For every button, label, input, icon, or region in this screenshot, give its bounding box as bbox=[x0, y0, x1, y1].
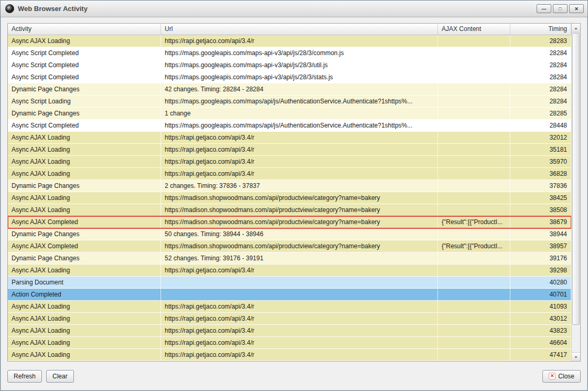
cell-ajax-content bbox=[438, 252, 510, 265]
table-row[interactable]: Dynamic Page Changes50 changes. Timing: … bbox=[8, 228, 571, 240]
cell-ajax-content bbox=[438, 47, 510, 59]
close-button-x-icon: ✕ bbox=[549, 373, 555, 379]
cell-timing: 43012 bbox=[510, 313, 571, 325]
cell-url: https://rapi.getjaco.com/api/3.4/r bbox=[161, 144, 438, 156]
cell-ajax-content bbox=[438, 192, 510, 204]
vertical-scrollbar[interactable]: ▲ ▼ bbox=[571, 24, 580, 361]
table-row[interactable]: Async AJAX Loadinghttps://rapi.getjaco.c… bbox=[8, 301, 571, 313]
cell-url: https://maps.googleapis.com/maps-api-v3/… bbox=[161, 47, 438, 59]
table-row[interactable]: Async AJAX Loadinghttps://madison.shopwo… bbox=[8, 204, 571, 216]
cell-activity: Parsing Document bbox=[8, 277, 161, 289]
table-row[interactable]: Async AJAX Completedhttps://madison.shop… bbox=[8, 240, 571, 252]
cell-ajax-content bbox=[438, 120, 510, 132]
cell-timing: 28285 bbox=[510, 108, 571, 120]
table-row[interactable]: Parsing Document40280 bbox=[8, 277, 571, 289]
column-header-ajax-content[interactable]: AJAX Content bbox=[438, 24, 510, 35]
cell-activity: Async Script Completed bbox=[8, 120, 161, 132]
table-row[interactable]: Async AJAX Loadinghttps://rapi.getjaco.c… bbox=[8, 144, 571, 156]
column-header-activity[interactable]: Activity bbox=[8, 24, 161, 35]
close-button[interactable]: ✕ Close bbox=[542, 370, 581, 383]
table-row[interactable]: Async AJAX Loadinghttps://rapi.getjaco.c… bbox=[8, 132, 571, 144]
activity-grid: Activity Url AJAX Content Timing Async A… bbox=[8, 24, 571, 361]
table-row[interactable]: Async AJAX Loadinghttps://rapi.getjaco.c… bbox=[8, 35, 571, 47]
cell-ajax-content bbox=[438, 144, 510, 156]
table-row[interactable]: Async Script Completedhttps://maps.googl… bbox=[8, 47, 571, 59]
cell-timing: 40701 bbox=[510, 289, 571, 301]
window-content: Activity Url AJAX Content Timing Async A… bbox=[1, 17, 587, 390]
minimize-button[interactable]: — bbox=[537, 4, 551, 13]
titlebar: Web Browser Activity — □ ✕ bbox=[1, 1, 587, 17]
cell-activity: Async AJAX Loading bbox=[8, 313, 161, 325]
table-row[interactable]: Async AJAX Loadinghttps://rapi.getjaco.c… bbox=[8, 168, 571, 180]
cell-url: https://rapi.getjaco.com/api/3.4/r bbox=[161, 349, 438, 361]
cell-timing: 35181 bbox=[510, 144, 571, 156]
maximize-button[interactable]: □ bbox=[553, 4, 568, 13]
cell-url: https://maps.googleapis.com/maps/api/js/… bbox=[161, 96, 438, 108]
cell-ajax-content bbox=[438, 132, 510, 144]
column-header-timing[interactable]: Timing bbox=[510, 24, 571, 35]
web-browser-activity-window: Web Browser Activity — □ ✕ Activity Url … bbox=[0, 0, 588, 391]
table-row[interactable]: Async AJAX Loadinghttps://rapi.getjaco.c… bbox=[8, 337, 571, 349]
cell-url: https://madison.shopwoodmans.com/api/pro… bbox=[161, 240, 438, 252]
cell-activity: Async Script Completed bbox=[8, 71, 161, 83]
cell-activity: Async Script Loading bbox=[8, 96, 161, 108]
cell-url: https://rapi.getjaco.com/api/3.4/r bbox=[161, 168, 438, 180]
cell-ajax-content bbox=[438, 96, 510, 108]
cell-url: https://maps.googleapis.com/maps-api-v3/… bbox=[161, 71, 438, 83]
cell-timing: 38944 bbox=[510, 228, 571, 240]
table-row[interactable]: Dynamic Page Changes1 change28285 bbox=[8, 108, 571, 120]
table-row-highlighted[interactable]: Async AJAX Completedhttps://madison.shop… bbox=[8, 216, 571, 228]
table-row[interactable]: Async AJAX Loadinghttps://madison.shopwo… bbox=[8, 192, 571, 204]
cell-activity: Action Completed bbox=[8, 289, 161, 301]
scroll-thumb[interactable] bbox=[572, 33, 580, 325]
table-row[interactable]: Dynamic Page Changes2 changes. Timing: 3… bbox=[8, 180, 571, 192]
cell-url: https://rapi.getjaco.com/api/3.4/r bbox=[161, 337, 438, 349]
cell-url: https://maps.googleapis.com/maps/api/js/… bbox=[161, 120, 438, 132]
cell-ajax-content bbox=[438, 277, 510, 289]
cell-ajax-content bbox=[438, 156, 510, 168]
cell-url bbox=[161, 277, 438, 289]
close-window-button[interactable]: ✕ bbox=[569, 4, 584, 13]
cell-timing: 28284 bbox=[510, 47, 571, 59]
cell-activity: Async AJAX Loading bbox=[8, 265, 161, 277]
cell-ajax-content bbox=[438, 180, 510, 192]
window-controls: — □ ✕ bbox=[537, 4, 584, 13]
cell-activity: Async AJAX Completed bbox=[8, 216, 161, 228]
table-row[interactable]: Async Script Completedhttps://maps.googl… bbox=[8, 59, 571, 71]
scroll-up-icon[interactable]: ▲ bbox=[572, 24, 580, 33]
cell-url: https://rapi.getjaco.com/api/3.4/r bbox=[161, 265, 438, 277]
table-row[interactable]: Async Script Loadinghttps://maps.googlea… bbox=[8, 96, 571, 108]
cell-timing: 38957 bbox=[510, 240, 571, 252]
cell-activity: Dynamic Page Changes bbox=[8, 83, 161, 96]
cell-ajax-content bbox=[438, 228, 510, 240]
cell-url: https://rapi.getjaco.com/api/3.4/r bbox=[161, 35, 438, 47]
cell-ajax-content bbox=[438, 289, 510, 301]
table-row[interactable]: Async Script Completedhttps://maps.googl… bbox=[8, 120, 571, 132]
cell-activity: Async AJAX Loading bbox=[8, 35, 161, 47]
table-row[interactable]: Dynamic Page Changes42 changes. Timing: … bbox=[8, 83, 571, 96]
cell-activity: Async AJAX Loading bbox=[8, 132, 161, 144]
table-row[interactable]: Async AJAX Loadinghttps://rapi.getjaco.c… bbox=[8, 313, 571, 325]
cell-timing: 40280 bbox=[510, 277, 571, 289]
table-row[interactable]: Async AJAX Loadinghttps://rapi.getjaco.c… bbox=[8, 156, 571, 168]
clear-button[interactable]: Clear bbox=[46, 370, 74, 383]
cell-activity: Dynamic Page Changes bbox=[8, 252, 161, 265]
table-row[interactable]: Async Script Completedhttps://maps.googl… bbox=[8, 71, 571, 83]
scroll-down-icon[interactable]: ▼ bbox=[572, 352, 580, 361]
app-icon bbox=[5, 4, 14, 13]
table-row[interactable]: Async AJAX Loadinghttps://rapi.getjaco.c… bbox=[8, 349, 571, 361]
table-row[interactable]: Async AJAX Loadinghttps://rapi.getjaco.c… bbox=[8, 325, 571, 337]
column-header-url[interactable]: Url bbox=[161, 24, 438, 35]
table-row[interactable]: Dynamic Page Changes52 changes. Timing: … bbox=[8, 252, 571, 265]
cell-timing: 35970 bbox=[510, 156, 571, 168]
cell-activity: Async AJAX Loading bbox=[8, 325, 161, 337]
cell-url: https://rapi.getjaco.com/api/3.4/r bbox=[161, 313, 438, 325]
refresh-button[interactable]: Refresh bbox=[7, 370, 42, 383]
cell-activity: Dynamic Page Changes bbox=[8, 108, 161, 120]
cell-url: https://maps.googleapis.com/maps-api-v3/… bbox=[161, 59, 438, 71]
table-row[interactable]: Async AJAX Loadinghttps://rapi.getjaco.c… bbox=[8, 265, 571, 277]
cell-url: https://madison.shopwoodmans.com/api/pro… bbox=[161, 216, 438, 228]
cell-ajax-content bbox=[438, 313, 510, 325]
table-row[interactable]: Action Completed40701 bbox=[8, 289, 571, 301]
cell-activity: Async AJAX Loading bbox=[8, 301, 161, 313]
